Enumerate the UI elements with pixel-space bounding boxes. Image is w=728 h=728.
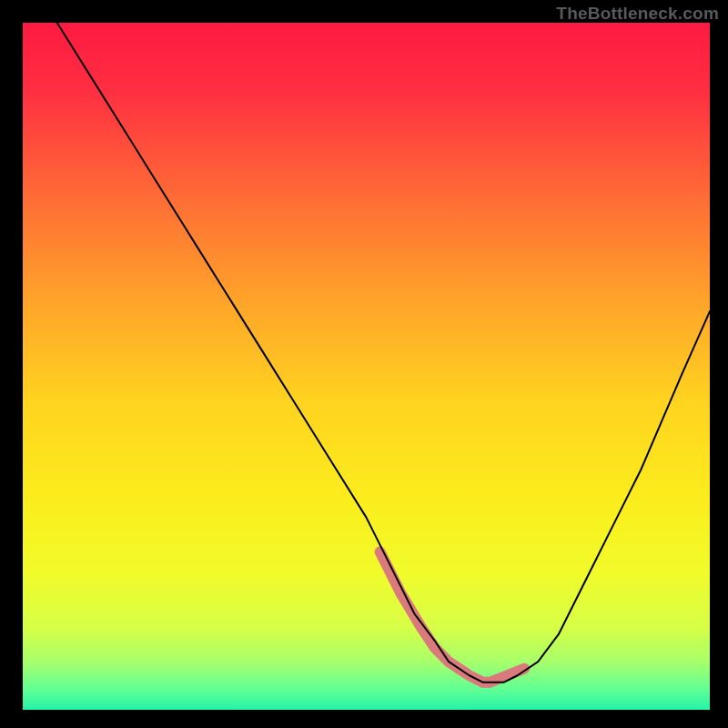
highlight-group	[380, 551, 525, 682]
main-curve	[23, 23, 710, 682]
chart-stage: TheBottleneck.com	[0, 0, 728, 728]
watermark-text: TheBottleneck.com	[556, 4, 719, 24]
plot-area	[23, 23, 710, 710]
curve-layer	[23, 23, 710, 710]
highlight-segment-1	[380, 551, 490, 682]
